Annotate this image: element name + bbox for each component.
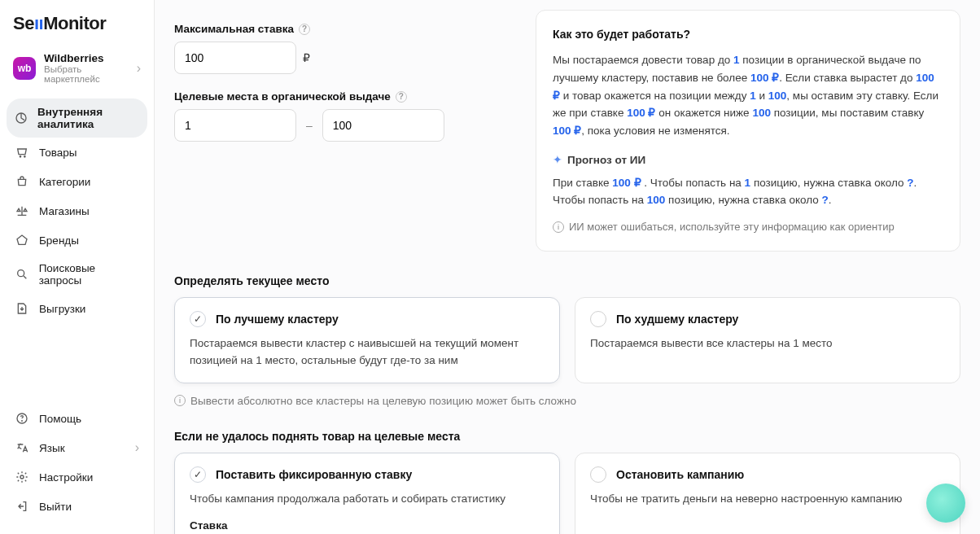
main-content: Максимальная ставка ? ₽ Целевые места в … bbox=[155, 0, 980, 534]
option-fixed-bid[interactable]: Поставить фиксированную ставку Чтобы кам… bbox=[174, 453, 560, 534]
help-icon[interactable]: ? bbox=[396, 91, 407, 103]
how-it-works-title: Как это будет работать? bbox=[553, 25, 943, 43]
svg-point-5 bbox=[22, 421, 23, 422]
sidebar-item-analytics[interactable]: Внутренняя аналитика bbox=[7, 98, 147, 138]
svg-point-1 bbox=[20, 156, 20, 157]
chevron-right-icon: › bbox=[137, 61, 141, 76]
scales-icon bbox=[15, 204, 29, 218]
language-icon bbox=[15, 440, 29, 455]
help-icon[interactable]: ? bbox=[299, 24, 310, 35]
ai-forecast-text: При ставке 100 ₽ . Чтобы попасть на 1 по… bbox=[553, 174, 943, 209]
gear-icon bbox=[15, 470, 29, 484]
sidebar-item-help[interactable]: Помощь bbox=[7, 404, 147, 433]
fixed-bid-label: Ставка bbox=[190, 519, 545, 532]
info-icon: i bbox=[553, 221, 564, 233]
search-icon bbox=[15, 267, 29, 282]
brand-logo: SeııMonitor bbox=[7, 13, 147, 47]
radio-unchecked-icon bbox=[590, 311, 606, 327]
sidebar-item-categories[interactable]: Категории bbox=[7, 167, 147, 196]
info-icon: i bbox=[174, 395, 186, 406]
chevron-right-icon: › bbox=[135, 440, 139, 455]
how-it-works-panel: Как это будет работать? Мы постараемся д… bbox=[536, 10, 960, 252]
sidebar-item-exports[interactable]: Выгрузки bbox=[7, 294, 147, 323]
chat-widget[interactable] bbox=[926, 484, 965, 523]
sidebar-item-shops[interactable]: Магазины bbox=[7, 196, 147, 225]
marketplace-title: Wildberries bbox=[44, 52, 137, 64]
place-section-hint: Вывести абсолютно все кластеры на целеву… bbox=[190, 395, 576, 407]
marketplace-selector[interactable]: wb Wildberries Выбрать маркетплейс › bbox=[7, 47, 147, 89]
sidebar-item-brands[interactable]: Бренды bbox=[7, 225, 147, 255]
svg-point-3 bbox=[17, 270, 24, 277]
max-bid-input[interactable] bbox=[174, 42, 296, 74]
radio-unchecked-icon bbox=[590, 466, 606, 483]
radio-checked-icon bbox=[190, 466, 206, 483]
how-it-works-text: Мы постараемся довести товар до 1 позици… bbox=[553, 51, 943, 139]
option-stop-campaign[interactable]: Остановить кампанию Чтобы не тратить ден… bbox=[575, 453, 960, 534]
target-places-label: Целевые места в органической выдаче ? bbox=[174, 90, 516, 103]
target-from-input[interactable] bbox=[174, 109, 296, 142]
sidebar-item-settings[interactable]: Настройки bbox=[7, 462, 147, 492]
svg-point-2 bbox=[24, 156, 25, 157]
max-bid-label: Максимальная ставка ? bbox=[174, 23, 516, 35]
logout-icon bbox=[15, 499, 29, 514]
range-dash: – bbox=[303, 119, 316, 132]
fail-section-title: Если не удалось поднять товар на целевые… bbox=[174, 430, 960, 443]
download-icon bbox=[15, 301, 29, 316]
sidebar-item-search-queries[interactable]: Поисковые запросы bbox=[7, 255, 147, 294]
sparkle-icon: ✦ bbox=[553, 151, 562, 169]
marketplace-subtitle: Выбрать маркетплейс bbox=[44, 64, 137, 84]
marketplace-icon: wb bbox=[13, 57, 36, 80]
chart-icon bbox=[15, 111, 28, 125]
tag-icon bbox=[15, 233, 29, 247]
ai-forecast-title: Прогноз от ИИ bbox=[567, 151, 645, 169]
target-to-input[interactable] bbox=[322, 109, 444, 142]
currency-label: ₽ bbox=[303, 51, 310, 64]
sidebar: SeııMonitor wb Wildberries Выбрать марке… bbox=[0, 0, 155, 534]
sidebar-item-language[interactable]: Язык › bbox=[7, 433, 147, 462]
ai-disclaimer: ИИ может ошибаться, используйте эту инфо… bbox=[569, 219, 895, 236]
sidebar-item-products[interactable]: Товары bbox=[7, 138, 147, 167]
radio-checked-icon bbox=[190, 311, 206, 327]
option-worst-cluster[interactable]: По худшему кластеру Постараемся вывести … bbox=[575, 297, 960, 383]
bag-icon bbox=[15, 174, 29, 189]
option-best-cluster[interactable]: По лучшему кластеру Постараемся вывести … bbox=[174, 297, 560, 383]
place-section-title: Определять текущее место bbox=[174, 274, 960, 287]
sidebar-item-logout[interactable]: Выйти bbox=[7, 492, 147, 521]
cart-icon bbox=[15, 145, 29, 160]
help-icon bbox=[15, 411, 29, 426]
svg-point-6 bbox=[20, 475, 24, 479]
